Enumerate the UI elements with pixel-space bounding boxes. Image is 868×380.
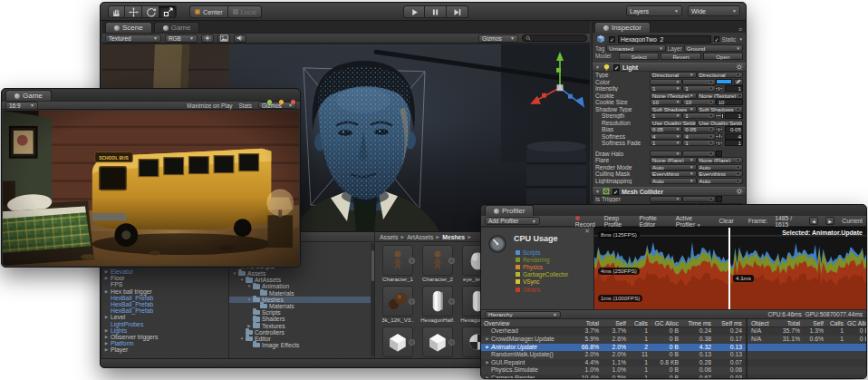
foldout-icon[interactable]: ▶ bbox=[102, 276, 111, 280]
object-field[interactable]: Everything bbox=[697, 171, 744, 177]
folder-tree-item[interactable]: ▶Textures bbox=[229, 323, 371, 329]
object-picker-icon[interactable] bbox=[738, 93, 742, 98]
skybox-toggle[interactable] bbox=[217, 34, 230, 43]
color-picker-icon[interactable] bbox=[734, 79, 743, 85]
legend-item[interactable]: Scripts bbox=[516, 248, 568, 256]
step-button[interactable] bbox=[447, 5, 468, 18]
enum-dropdown[interactable]: 10▼ bbox=[650, 99, 682, 105]
object-picker-icon[interactable] bbox=[709, 127, 713, 132]
minimize-traffic-light-icon[interactable] bbox=[279, 100, 285, 105]
clear-button[interactable]: Clear bbox=[719, 218, 733, 224]
profiler-table-row[interactable]: RandomWalk.Update() 2.0% 2.0% 11 0 B 0.1… bbox=[481, 351, 866, 359]
asset-expand-icon[interactable] bbox=[448, 258, 455, 264]
gizmos-dropdown[interactable]: Gizmos▼ bbox=[478, 34, 518, 43]
folder-tree-item[interactable]: Controllers bbox=[229, 329, 371, 336]
object-picker-icon[interactable] bbox=[709, 197, 713, 201]
profiler-table-row[interactable]: ▶Animator.Update 66.8% 2.0% 2 0 B 4.32 0… bbox=[481, 344, 866, 352]
gameobject-active-checkbox[interactable] bbox=[609, 36, 615, 43]
pan-tool-icon[interactable] bbox=[108, 5, 125, 18]
zoom-traffic-light-icon[interactable] bbox=[267, 100, 273, 105]
foldout-icon[interactable]: ▼ bbox=[231, 271, 238, 276]
hierarchy-item[interactable]: ▶Hex ball trigger bbox=[102, 288, 228, 295]
add-profiler-dropdown[interactable]: Add Profiler▼ bbox=[485, 217, 540, 225]
enum-dropdown[interactable]: Everything▼ bbox=[650, 171, 697, 177]
layers-dropdown[interactable]: Layers▼ bbox=[626, 5, 682, 16]
tab-scene[interactable]: Scene bbox=[105, 22, 152, 33]
enum-dropdown[interactable]: Use Quality Settings▼ bbox=[650, 120, 697, 126]
asset-expand-icon[interactable] bbox=[409, 298, 415, 305]
model-select-button[interactable]: Select bbox=[619, 53, 659, 60]
game-render-canvas[interactable]: SCHOOL BUS bbox=[3, 111, 299, 266]
hierarchy-item[interactable]: LightProbes bbox=[102, 321, 228, 327]
asset-thumbnail[interactable] bbox=[382, 326, 413, 357]
breadcrumb-assets[interactable]: Assets bbox=[380, 234, 398, 240]
asset-item[interactable] bbox=[380, 326, 416, 358]
asset-item[interactable]: HexagonHalf. bbox=[420, 286, 456, 324]
maximize-on-play-button[interactable]: Maximize on Play bbox=[187, 102, 232, 109]
object-field[interactable] bbox=[682, 151, 715, 157]
object-field[interactable]: Auto bbox=[697, 178, 744, 184]
slider-knob[interactable] bbox=[718, 86, 720, 92]
object-picker-icon[interactable] bbox=[709, 151, 713, 156]
collider-component-header[interactable]: ▼ Mesh Collider bbox=[593, 187, 746, 196]
tag-dropdown[interactable]: Untagged▼ bbox=[606, 44, 665, 52]
profiler-table-row[interactable]: ▶CrowdManager.Update 5.9% 2.6% 1 0 B 0.3… bbox=[481, 336, 866, 344]
object-picker-icon[interactable] bbox=[736, 73, 740, 77]
object-picker-icon[interactable] bbox=[709, 86, 713, 91]
object-picker-icon[interactable] bbox=[709, 113, 713, 118]
enum-dropdown[interactable]: Soft Shadows▼ bbox=[650, 106, 697, 112]
legend-item[interactable]: Physics bbox=[516, 263, 568, 270]
enum-dropdown[interactable]: 0.05▼ bbox=[650, 126, 682, 132]
object-field[interactable] bbox=[682, 196, 715, 202]
stats-button[interactable]: Stats bbox=[238, 102, 252, 109]
pivot-center-button[interactable]: Center bbox=[189, 5, 228, 18]
pause-button[interactable] bbox=[425, 5, 447, 18]
space-local-button[interactable]: Local bbox=[228, 5, 262, 18]
object-picker-icon[interactable] bbox=[709, 80, 713, 84]
asset-expand-icon[interactable] bbox=[448, 298, 455, 305]
slider-field[interactable]: 0.05 bbox=[716, 126, 743, 132]
enum-dropdown[interactable]: Auto▼ bbox=[650, 178, 697, 184]
enum-dropdown[interactable]: None (Texture)▼ bbox=[650, 93, 697, 99]
breadcrumb-meshes[interactable]: Meshes bbox=[442, 234, 465, 240]
tab-inspector[interactable]: Inspector bbox=[594, 22, 651, 33]
hierarchy-mode-dropdown[interactable]: Hierarchy▼ bbox=[485, 311, 561, 318]
slider-knob[interactable] bbox=[721, 113, 724, 119]
object-field[interactable]: 1 bbox=[682, 85, 715, 92]
move-tool-icon[interactable] bbox=[125, 5, 142, 18]
foldout-icon[interactable]: ▶ bbox=[102, 315, 111, 319]
object-picker-icon[interactable] bbox=[736, 107, 740, 112]
object-picker-icon[interactable] bbox=[709, 134, 713, 139]
static-dropdown-icon[interactable]: ▼ bbox=[739, 37, 743, 42]
asset-expand-icon[interactable] bbox=[448, 339, 455, 346]
rotate-tool-icon[interactable] bbox=[142, 5, 159, 18]
slider-field[interactable]: 1 bbox=[716, 112, 743, 119]
foldout-icon[interactable]: ▼ bbox=[595, 64, 600, 70]
gear-icon[interactable] bbox=[736, 188, 743, 195]
number-field[interactable]: 10 bbox=[716, 99, 743, 105]
asset-thumbnail[interactable] bbox=[382, 245, 413, 276]
frame-playhead[interactable] bbox=[728, 228, 730, 309]
foldout-icon[interactable]: ▶ bbox=[102, 347, 111, 352]
light-component-header[interactable]: ▼ Light bbox=[593, 63, 746, 72]
enum-dropdown[interactable]: 1▼ bbox=[650, 112, 682, 119]
object-field[interactable]: Directional bbox=[697, 72, 744, 78]
hierarchy-item[interactable]: ▶Player bbox=[102, 346, 228, 353]
gear-icon[interactable] bbox=[736, 63, 743, 71]
record-button[interactable]: Record bbox=[575, 215, 597, 228]
foldout-icon[interactable]: ▼ bbox=[238, 336, 246, 341]
model-open-button[interactable]: Open bbox=[703, 53, 743, 60]
cpu-usage-graph[interactable]: 8ms (125FPS)4ms (250FPS)1ms (1000FPS) 4.… bbox=[594, 227, 866, 309]
enum-dropdown[interactable]: ▼ bbox=[650, 151, 682, 157]
asset-thumbnail[interactable] bbox=[382, 286, 413, 317]
foldout-icon[interactable]: ▶ bbox=[246, 324, 253, 328]
layout-dropdown[interactable]: Wide▼ bbox=[688, 5, 740, 16]
profiler-table-header[interactable]: Overview Total Self Calls GC Alloc Time … bbox=[481, 319, 866, 327]
tab-profiler[interactable]: Profiler bbox=[485, 205, 534, 216]
asset-expand-icon[interactable] bbox=[409, 258, 415, 264]
asset-thumbnail[interactable] bbox=[422, 286, 453, 317]
object-picker-icon[interactable] bbox=[736, 165, 740, 170]
hierarchy-item[interactable]: ▶Lights bbox=[102, 327, 228, 334]
profiler-table-row[interactable]: Overhead 3.7% 3.7% 1 0 B 0.24 0.24 N/A 3… bbox=[481, 327, 866, 336]
layer-dropdown[interactable]: Ground▼ bbox=[684, 44, 743, 52]
